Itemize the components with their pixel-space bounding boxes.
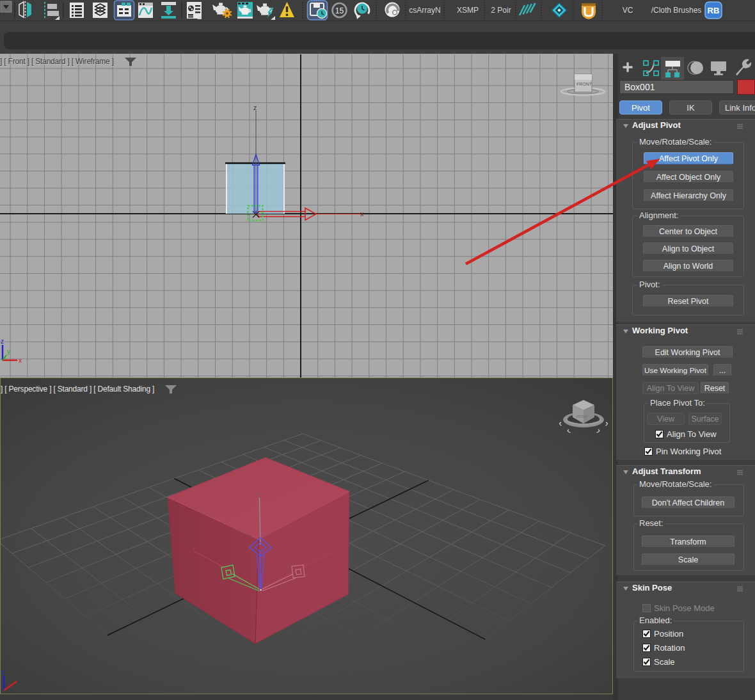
svg-text:RB: RB [708, 6, 720, 15]
svg-text:z: z [257, 491, 260, 498]
svg-text:XSMP: XSMP [457, 6, 479, 15]
svg-text:x: x [360, 210, 364, 218]
svg-text:z: z [1, 338, 4, 345]
svg-text:y: y [193, 545, 196, 551]
svg-text:FRONT: FRONT [576, 82, 592, 86]
svg-text:z: z [1, 669, 4, 676]
svg-text:VC: VC [623, 6, 633, 15]
svg-text:15: 15 [335, 6, 344, 15]
svg-text:csArrayN: csArrayN [409, 6, 440, 15]
svg-text:/Cloth Brushes: /Cloth Brushes [651, 6, 702, 15]
svg-text:y: y [7, 348, 10, 355]
svg-text:2 Poir: 2 Poir [491, 6, 511, 15]
svg-text:z: z [253, 104, 257, 111]
svg-text:x: x [19, 357, 22, 364]
svg-text:FRONT: FRONT [576, 415, 587, 418]
